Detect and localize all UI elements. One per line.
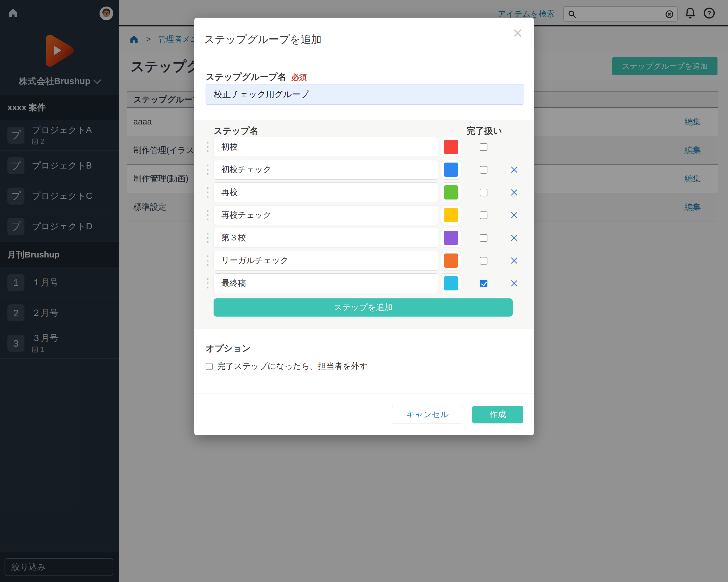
step-name-input[interactable] [213, 228, 438, 248]
drag-handle-icon[interactable] [207, 233, 210, 243]
remove-step-icon[interactable] [510, 234, 518, 242]
create-button[interactable]: 作成 [472, 406, 523, 423]
options-label: オプション [206, 342, 368, 354]
step-row [194, 183, 534, 202]
remove-step-icon[interactable] [510, 257, 518, 265]
step-name-input[interactable] [213, 205, 438, 225]
done-checkbox[interactable] [480, 143, 488, 151]
step-name-input[interactable] [213, 251, 438, 271]
step-row [194, 228, 534, 248]
color-swatch [444, 276, 458, 290]
step-name-input[interactable] [213, 183, 438, 202]
color-picker[interactable] [441, 273, 461, 293]
option-text: 完了ステップになったら、担当者を外す [217, 361, 368, 372]
color-swatch [444, 163, 458, 177]
step-name-header: ステップ名 [213, 125, 259, 137]
color-picker[interactable] [441, 205, 461, 225]
add-step-button[interactable]: ステップを追加 [213, 298, 513, 316]
done-checkbox[interactable] [480, 234, 488, 242]
add-step-group-modal: ステップグループを追加 ✕ ステップグループ名必須 ステップ名 完了扱い [194, 18, 534, 435]
color-swatch [444, 208, 458, 222]
color-picker[interactable] [441, 137, 461, 157]
required-badge: 必須 [291, 73, 307, 82]
color-picker[interactable] [441, 251, 461, 271]
modal-footer: キャンセル 作成 [194, 394, 534, 435]
step-row [194, 273, 534, 293]
color-swatch [444, 140, 458, 154]
modal-header: ステップグループを追加 ✕ [194, 18, 534, 60]
options-section: オプション 完了ステップになったら、担当者を外す [206, 342, 368, 372]
remove-assignee-checkbox[interactable] [206, 363, 213, 370]
drag-handle-icon[interactable] [207, 142, 210, 152]
step-row [194, 160, 534, 179]
steps-panel: ステップ名 完了扱い [194, 120, 534, 329]
done-checkbox[interactable] [480, 212, 488, 219]
step-name-input[interactable] [213, 273, 438, 293]
drag-handle-icon[interactable] [207, 210, 210, 220]
done-header: 完了扱い [466, 125, 503, 137]
color-picker[interactable] [441, 228, 461, 248]
group-name-label: ステップグループ名必須 [206, 71, 307, 83]
done-checkbox[interactable] [480, 166, 488, 174]
modal-title: ステップグループを追加 [204, 32, 322, 47]
step-name-input[interactable] [213, 137, 438, 157]
color-picker[interactable] [441, 160, 461, 179]
drag-handle-icon[interactable] [207, 165, 210, 175]
remove-step-icon[interactable] [510, 211, 518, 219]
drag-handle-icon[interactable] [207, 278, 210, 288]
color-picker[interactable] [441, 183, 461, 202]
step-row [194, 205, 534, 225]
color-swatch [444, 185, 458, 199]
group-name-input[interactable] [206, 84, 524, 105]
color-swatch [444, 253, 458, 268]
close-icon[interactable]: ✕ [512, 27, 523, 40]
done-checkbox[interactable] [480, 189, 488, 196]
step-name-input[interactable] [213, 160, 438, 179]
drag-handle-icon[interactable] [207, 187, 210, 197]
cancel-button[interactable]: キャンセル [392, 406, 463, 423]
drag-handle-icon[interactable] [207, 255, 210, 266]
step-row [194, 137, 534, 157]
color-swatch [444, 231, 458, 245]
steps-header-row: ステップ名 完了扱い [194, 120, 534, 134]
remove-step-icon[interactable] [510, 188, 518, 196]
done-checkbox[interactable] [480, 280, 488, 287]
remove-step-icon[interactable] [510, 166, 518, 174]
step-row [194, 251, 534, 271]
remove-step-icon[interactable] [510, 279, 518, 287]
done-checkbox[interactable] [480, 257, 488, 265]
